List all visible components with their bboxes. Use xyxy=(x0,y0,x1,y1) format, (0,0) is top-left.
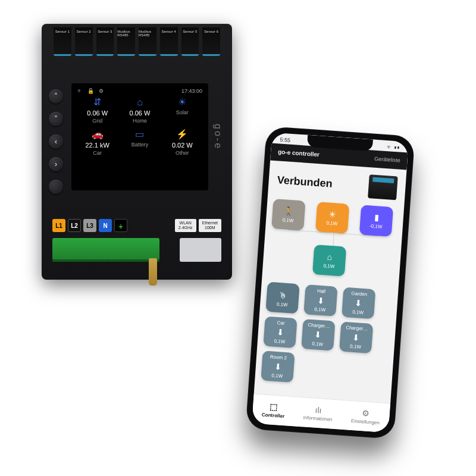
terminal: Sensor 3 xyxy=(96,27,114,56)
status-icons: ᯤ 🔓 ⚙ xyxy=(77,88,104,94)
metric-grid-cell: ⇵0.06 WGrid xyxy=(76,98,118,129)
bolt-icon: ⚡ xyxy=(161,130,203,139)
room-label: Garden xyxy=(351,291,367,298)
nav-up-button[interactable]: ˄ xyxy=(49,89,63,104)
screen-statusbar: ᯤ 🔓 ⚙ 17:43:00 xyxy=(76,88,203,94)
room-label: Charger… xyxy=(308,322,330,330)
phase-row: L1 L2 L3 N ⏚ WLAN 2.4GHz Ethernet 100M xyxy=(52,218,221,233)
device-screen: ᯤ 🔓 ⚙ 17:43:00 ⇵0.06 WGrid ⌂0.06 WHome ☀… xyxy=(71,83,208,190)
room-tile[interactable]: Hall⬇0,1W xyxy=(303,284,337,317)
download-icon: ⬇ xyxy=(314,330,322,340)
device-nav-buttons: ˄ ˅ ‹ › • xyxy=(49,89,63,194)
node-value: 0,1W xyxy=(282,217,293,223)
node-grid[interactable]: 🚶0,1W xyxy=(271,199,305,231)
phase-l3: L3 xyxy=(83,219,96,232)
metric-solar-cell: ☀Solar xyxy=(161,98,203,129)
phone-mockup: 5:55 ᯤ ▮▮ go-e controller Geräteliste Ve… xyxy=(246,126,415,439)
tab-label: Controller xyxy=(262,412,285,419)
home-icon: ⌂ xyxy=(327,252,333,262)
nav-ok-button[interactable]: • xyxy=(49,180,63,194)
walk-icon: 🚶 xyxy=(283,206,294,216)
terminal: Sensor 6 xyxy=(202,27,220,56)
terminal: Modbus RS485 xyxy=(117,27,135,56)
terminal: Sensor 5 xyxy=(181,27,199,56)
metric-label: Grid xyxy=(76,118,118,124)
room-value: 0,1W xyxy=(274,339,285,345)
status-time: 5:55 xyxy=(280,137,290,143)
download-icon: ⬇ xyxy=(276,327,284,337)
room-tile[interactable]: Charger…⬇0,1W xyxy=(339,321,373,353)
metric-value: 0.02 W xyxy=(161,142,203,149)
node-value: 0,1W xyxy=(323,263,334,269)
room-tile[interactable]: Room 2⬇0,1W xyxy=(261,350,295,383)
tab-einstellungen[interactable]: ⚙Einstellungen xyxy=(351,408,381,425)
sun-icon: ☀ xyxy=(328,209,337,220)
room-tile[interactable]: Car⬇0,1W xyxy=(263,317,297,349)
energy-canvas: 🚶0,1W ☀0,1W ▮-0,1W ⌂0,1W 🖰0,1W Hall⬇0,1W… xyxy=(254,198,404,403)
sun-icon: ☀ xyxy=(161,98,203,107)
phase-l2: L2 xyxy=(68,219,81,232)
metric-value: 0.06 W xyxy=(118,109,161,117)
room-value: 0,1W xyxy=(350,344,361,350)
metric-car-cell: 🚗22.1 kWCar xyxy=(76,130,118,161)
room-label: Room 2 xyxy=(270,354,287,361)
metric-other-cell: ⚡0.02 WOther xyxy=(161,130,203,161)
terminal: Modbus RS485 xyxy=(139,27,156,56)
wlan-label: WLAN 2.4GHz xyxy=(175,219,196,231)
chart-icon: ılı xyxy=(315,405,322,415)
room-value: 0,1W xyxy=(271,373,283,379)
tab-informationen[interactable]: ılıInformationen xyxy=(303,404,333,422)
room-value: 0,1W xyxy=(352,309,364,315)
tab-label: Einstellungen xyxy=(351,418,380,425)
tab-label: Informationen xyxy=(303,415,332,422)
metric-label: Home xyxy=(118,118,161,124)
metric-value: 0.06 W xyxy=(76,109,118,117)
node-battery[interactable]: ▮-0,1W xyxy=(359,205,393,237)
node-solar[interactable]: ☀0,1W xyxy=(315,202,349,234)
metrics-grid: ⇵0.06 WGrid ⌂0.06 WHome ☀Solar 🚗22.1 kWC… xyxy=(76,98,203,161)
nav-left-button[interactable]: ‹ xyxy=(49,134,63,149)
room-label: Car xyxy=(277,320,284,326)
room-value: 0,1W xyxy=(312,341,323,347)
phase-l1: L1 xyxy=(52,219,65,232)
nav-down-button[interactable]: ˅ xyxy=(49,112,63,126)
terminal-row: Sensor 1 Sensor 2 Sensor 3 Modbus RS485 … xyxy=(54,27,220,56)
metric-label: Battery xyxy=(118,142,161,148)
controller-device: Sensor 1 Sensor 2 Sensor 3 Modbus RS485 … xyxy=(42,24,232,280)
antenna xyxy=(149,258,157,286)
clock: 17:43:00 xyxy=(181,88,202,94)
car-icon: 🚗 xyxy=(76,130,118,139)
mouse-icon: 🖰 xyxy=(278,290,287,300)
status-icons: ᯤ ▮▮ xyxy=(387,144,400,151)
node-value: 0,1W xyxy=(326,220,337,226)
controller-icon: ⬚ xyxy=(270,402,278,412)
room-label: Charger… xyxy=(346,325,368,332)
nav-right-button[interactable]: › xyxy=(49,157,63,171)
green-connector xyxy=(52,238,159,262)
phase-n: N xyxy=(99,219,112,232)
lock-icon: 🔓 xyxy=(87,88,94,94)
phase-ground: ⏚ xyxy=(114,219,127,232)
metric-value: 22.1 kW xyxy=(76,142,118,149)
app-title: go-e controller xyxy=(278,148,320,158)
node-home[interactable]: ⌂0,1W xyxy=(312,245,346,277)
battery-icon: ▭ xyxy=(118,130,161,139)
device-thumbnail[interactable] xyxy=(368,174,398,200)
room-tile[interactable]: Garden⬇0,1W xyxy=(342,287,375,320)
room-label: Hall xyxy=(317,289,325,295)
terminal: Sensor 2 xyxy=(75,27,93,56)
gear-icon: ⚙ xyxy=(362,408,370,418)
metric-label: Other xyxy=(161,150,203,156)
device-list-link[interactable]: Geräteliste xyxy=(374,155,400,163)
ethernet-label: Ethernet 100M xyxy=(199,219,221,231)
room-tile[interactable]: Charger…⬇0,1W xyxy=(301,319,335,351)
terminal: Sensor 1 xyxy=(54,27,71,56)
room-tile[interactable]: 🖰0,1W xyxy=(265,282,299,314)
phone-screen: 5:55 ᯤ ▮▮ go-e controller Geräteliste Ve… xyxy=(252,133,409,433)
terminal: Sensor 4 xyxy=(160,27,178,56)
ethernet-port xyxy=(180,238,221,262)
battery-icon: ▮ xyxy=(374,212,379,223)
download-icon: ⬇ xyxy=(274,362,281,372)
tab-controller[interactable]: ⬚Controller xyxy=(262,402,286,419)
metric-home-cell: ⌂0.06 WHome xyxy=(118,98,161,129)
